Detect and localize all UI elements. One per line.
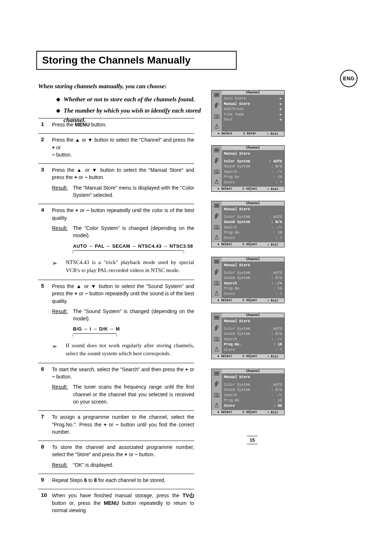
sequence-line: AUTO ↔ PAL ↔ SECAM ↔ NTSC4.43 ↔ NTSC3.58 bbox=[73, 243, 194, 250]
step-number: 10 bbox=[38, 492, 52, 514]
channel-icon: CH bbox=[213, 224, 220, 230]
osd-subtitle: Manual Store bbox=[224, 375, 250, 380]
picture-icon bbox=[213, 92, 220, 98]
osd-item: Prog.No. bbox=[224, 286, 241, 292]
svg-text:CH: CH bbox=[215, 171, 218, 174]
osd-value: ? bbox=[275, 348, 282, 353]
chevron-right-icon: ▶ bbox=[280, 117, 282, 123]
note-text: NTSC4.43 is a "trick" playback mode used… bbox=[66, 259, 194, 275]
osd-value: ? bbox=[275, 180, 282, 186]
setup-icon bbox=[213, 346, 220, 353]
osd-value: B/G bbox=[271, 220, 282, 225]
step-number: 4 bbox=[38, 207, 52, 275]
sequence-line: B/G ↔ I ↔ D/K ↔ M bbox=[73, 326, 194, 333]
osd-panel: CH Channel Manual Store Color SystemAUTO… bbox=[211, 145, 285, 192]
result-label: Result: bbox=[52, 184, 73, 199]
setup-icon bbox=[213, 402, 220, 409]
svg-text:CH: CH bbox=[215, 116, 218, 119]
sound-icon bbox=[213, 381, 220, 388]
osd-item: Color System bbox=[224, 382, 250, 388]
osd-title: Channel bbox=[222, 257, 284, 262]
osd-category-icons: CH bbox=[212, 257, 222, 298]
setup-icon bbox=[213, 179, 220, 185]
loop-arrow-icon bbox=[73, 250, 184, 256]
picture-icon bbox=[213, 370, 220, 377]
setup-icon bbox=[213, 123, 220, 130]
step: 9 Repeat Steps 6 to 8 for each channel t… bbox=[38, 474, 194, 489]
osd-value: 18 bbox=[273, 286, 282, 292]
page-title: Storing the Channels Manually bbox=[36, 51, 237, 70]
result-label: Result: bbox=[52, 461, 73, 469]
result-text: "OK" is displayed. bbox=[73, 461, 194, 469]
step: 10 When you have finished manual storage… bbox=[38, 489, 194, 519]
intro-lead: When storing channels manually, you can … bbox=[38, 82, 209, 91]
osd-panel: CH Channel Manual Store Color SystemAUTO… bbox=[211, 257, 285, 303]
channel-icon: CH bbox=[213, 336, 220, 342]
step-text: Repeat Steps 6 to 8 for each channel to … bbox=[52, 477, 194, 484]
svg-text:CH: CH bbox=[215, 227, 218, 230]
sound-icon bbox=[213, 213, 220, 220]
step-number: 5 bbox=[38, 283, 52, 358]
step-number: 6 bbox=[38, 366, 52, 405]
osd-item: Sort bbox=[224, 117, 233, 123]
osd-hint: ♦ Select bbox=[217, 299, 232, 303]
osd-item: Prog.No. bbox=[224, 398, 241, 404]
osd-category-icons: CH bbox=[212, 146, 222, 187]
step-number: 2 bbox=[38, 136, 52, 158]
step-text: To start the search, select the "Search"… bbox=[52, 366, 194, 381]
osd-hint: ▭ Exit bbox=[267, 132, 278, 136]
osd-item: Prog.No. bbox=[224, 342, 241, 348]
step: 1 Press the MENU button. bbox=[38, 118, 194, 133]
step: 8 To store the channel and associated pr… bbox=[38, 441, 194, 474]
sound-icon bbox=[213, 269, 220, 276]
osd-value: -/+ bbox=[271, 281, 282, 287]
osd-title: Channel bbox=[222, 146, 284, 150]
note-text: If sound does not work regularly after s… bbox=[66, 342, 194, 358]
step-text: Press the MENU button. bbox=[52, 121, 194, 128]
chevron-right-icon: ▶ bbox=[280, 102, 282, 107]
osd-value: AUTO bbox=[269, 327, 282, 332]
osd-item: Prog.No. bbox=[224, 175, 241, 180]
chevron-right-icon: ▶ bbox=[280, 112, 282, 118]
osd-subtitle: Manual Store bbox=[224, 207, 250, 212]
osd-title: Channel bbox=[222, 201, 284, 206]
step-text: To store the channel and associated prog… bbox=[52, 443, 194, 458]
osd-panel: CH Channel Auto Store▶ Manual Store▶ Add… bbox=[211, 90, 285, 137]
chevron-right-icon: ▶ bbox=[280, 96, 282, 102]
steps-list: 1 Press the MENU button. 2 Press the ▲ o… bbox=[38, 118, 194, 519]
osd-panel: CH Channel Manual Store Color SystemAUTO… bbox=[211, 201, 285, 247]
picture-icon bbox=[213, 315, 220, 321]
osd-item: Store bbox=[224, 348, 235, 353]
loop-arrow-icon bbox=[73, 333, 117, 339]
result-label: Result: bbox=[52, 308, 73, 323]
svg-rect-16 bbox=[215, 260, 219, 263]
osd-panel: CH Channel Manual Store Color SystemAUTO… bbox=[211, 313, 285, 359]
osd-value: -/+ bbox=[271, 170, 282, 175]
channel-icon: CH bbox=[213, 113, 220, 119]
osd-title: Channel bbox=[222, 369, 284, 373]
osd-value: AUTO bbox=[269, 159, 282, 165]
osd-item: Sound System bbox=[224, 164, 250, 170]
osd-category-icons: CH bbox=[212, 313, 222, 354]
step: 2 Press the ▲ or ▼ button to select the … bbox=[38, 133, 194, 163]
osd-value: B/G bbox=[271, 332, 282, 337]
result-text: The tuner scans the frequency range unti… bbox=[73, 383, 194, 405]
step-text: To assign a programme number to the chan… bbox=[52, 413, 194, 436]
osd-hint: ▭ Exit bbox=[267, 299, 278, 303]
step-text: Press the ▲ or ▼ button to select the "M… bbox=[52, 166, 194, 181]
osd-hint: ± Adjust bbox=[242, 355, 257, 358]
osd-value: ? bbox=[275, 292, 282, 297]
setup-icon bbox=[213, 234, 220, 241]
osd-value: B/G bbox=[271, 276, 282, 281]
osd-item: Manual Store bbox=[224, 102, 250, 107]
svg-rect-21 bbox=[215, 316, 219, 319]
step-number: 1 bbox=[38, 121, 52, 128]
step-number: 9 bbox=[38, 477, 52, 484]
sound-icon bbox=[213, 325, 220, 332]
osd-item: Sound System bbox=[224, 276, 250, 281]
osd-item: Sound System bbox=[224, 332, 250, 337]
picture-icon bbox=[213, 259, 220, 265]
picture-icon bbox=[213, 203, 220, 209]
svg-rect-26 bbox=[215, 372, 219, 374]
osd-item: Search bbox=[224, 337, 237, 343]
